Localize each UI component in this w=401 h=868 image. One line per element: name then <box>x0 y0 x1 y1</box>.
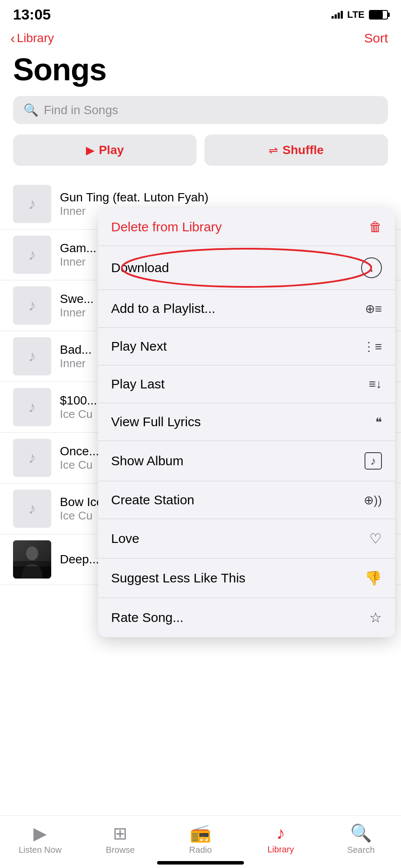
listen-now-icon: ▶ <box>33 823 47 843</box>
song-artwork: ♪ <box>13 286 51 325</box>
status-bar: 13:05 LTE <box>0 0 401 26</box>
album-art-svg <box>13 540 51 579</box>
nav-bar: ‹ Library Sort <box>0 26 401 50</box>
shuffle-label: Shuffle <box>283 143 324 157</box>
menu-item-play-next[interactable]: Play Next ⋮≡ <box>98 328 395 365</box>
menu-item-create-station-label: Create Station <box>111 493 194 507</box>
battery-fill <box>370 11 383 19</box>
menu-item-add-playlist-label: Add to a Playlist... <box>111 301 215 316</box>
play-button[interactable]: ▶ Play <box>13 135 197 166</box>
menu-item-play-last[interactable]: Play Last ≡↓ <box>98 365 395 403</box>
music-note-icon: ♪ <box>28 398 36 416</box>
song-artist: Ice Cu <box>60 408 97 421</box>
song-artwork: ♪ <box>13 439 51 477</box>
shuffle-icon: ⇌ <box>269 144 278 157</box>
menu-item-play-last-label: Play Last <box>111 377 164 391</box>
menu-item-view-lyrics[interactable]: View Full Lyrics ❝ <box>98 403 395 441</box>
view-lyrics-icon: ❝ <box>375 415 382 429</box>
menu-item-download-label: Download <box>111 260 169 275</box>
song-info: Bad... Inner <box>60 343 92 370</box>
browse-icon: ⊞ <box>113 823 128 843</box>
home-indicator <box>157 861 244 865</box>
song-info: Deep... <box>60 552 99 566</box>
back-label: Library <box>17 31 54 45</box>
song-title: Gun Ting (feat. Luton Fyah) <box>60 191 208 204</box>
menu-item-show-album[interactable]: Show Album ♪ <box>98 441 395 481</box>
music-note-icon: ♪ <box>28 500 36 518</box>
song-info: $100... Ice Cu <box>60 394 97 421</box>
radio-icon: 📻 <box>190 823 211 843</box>
play-last-icon: ≡↓ <box>369 377 382 391</box>
song-title: Gam... <box>60 241 96 255</box>
play-icon: ▶ <box>86 144 95 157</box>
tab-search[interactable]: 🔍 Search <box>321 823 401 855</box>
song-artwork: ♪ <box>13 337 51 375</box>
music-note-icon: ♪ <box>28 296 36 315</box>
music-note-icon: ♪ <box>28 246 36 264</box>
menu-item-play-next-label: Play Next <box>111 339 167 354</box>
menu-item-suggest-less[interactable]: Suggest Less Like This 👎 <box>98 559 395 598</box>
suggest-less-icon: 👎 <box>365 570 382 586</box>
tab-listen-now[interactable]: ▶ Listen Now <box>0 823 80 855</box>
song-title: Swe... <box>60 292 94 306</box>
tab-radio[interactable]: 📻 Radio <box>161 823 241 855</box>
song-artist: Inner <box>60 357 92 370</box>
menu-item-love[interactable]: Love ♡ <box>98 519 395 559</box>
menu-item-show-album-label: Show Album <box>111 454 184 468</box>
menu-item-rate-song[interactable]: Rate Song... ☆ <box>98 598 395 637</box>
song-info: Gam... Inner <box>60 241 96 269</box>
shuffle-button[interactable]: ⇌ Shuffle <box>204 135 388 166</box>
menu-item-add-playlist[interactable]: Add to a Playlist... ⊕≡ <box>98 290 395 328</box>
search-bar[interactable]: 🔍 Find in Songs <box>13 96 388 124</box>
music-note-icon: ♪ <box>28 347 36 365</box>
song-title: $100... <box>60 394 97 408</box>
tab-browse[interactable]: ⊞ Browse <box>80 823 161 855</box>
song-artwork: ♪ <box>13 388 51 426</box>
tab-library[interactable]: ♪ Library <box>240 823 321 855</box>
svg-point-2 <box>26 546 38 560</box>
show-album-icon: ♪ <box>365 452 382 470</box>
tab-radio-label: Radio <box>189 845 212 855</box>
menu-item-delete-label: Delete from Library <box>111 220 222 234</box>
menu-item-rate-song-label: Rate Song... <box>111 610 184 625</box>
song-info: Swe... Inner <box>60 292 94 319</box>
tab-browse-label: Browse <box>106 845 135 855</box>
back-button[interactable]: ‹ Library <box>10 31 54 45</box>
network-type: LTE <box>347 9 365 20</box>
song-artist: Ice Cu <box>60 458 99 472</box>
search-icon: 🔍 <box>23 103 39 117</box>
signal-bars-icon <box>332 11 343 19</box>
status-icons: LTE <box>332 9 388 20</box>
menu-item-create-station[interactable]: Create Station ⊕)) <box>98 481 395 519</box>
rate-song-icon: ☆ <box>369 609 382 626</box>
status-time: 13:05 <box>13 6 51 23</box>
search-tab-icon: 🔍 <box>350 823 372 843</box>
menu-item-download[interactable]: Download ↓ <box>98 246 395 290</box>
song-artist: Inner <box>60 306 94 319</box>
page-title-area: Songs <box>0 50 401 96</box>
menu-item-love-label: Love <box>111 531 139 546</box>
download-icon: ↓ <box>361 257 382 278</box>
play-label: Play <box>99 143 124 157</box>
song-artwork: ♪ <box>13 185 51 223</box>
menu-item-delete[interactable]: Delete from Library 🗑 <box>98 208 395 246</box>
library-icon: ♪ <box>276 823 285 843</box>
song-artwork: ♪ <box>13 490 51 528</box>
tab-bar: ▶ Listen Now ⊞ Browse 📻 Radio ♪ Library … <box>0 815 401 868</box>
play-next-icon: ⋮≡ <box>363 339 382 354</box>
delete-icon: 🗑 <box>369 220 382 234</box>
song-artwork: ♪ <box>13 236 51 274</box>
battery-icon <box>369 10 388 20</box>
svg-rect-3 <box>13 566 51 579</box>
menu-item-suggest-less-label: Suggest Less Like This <box>111 571 246 585</box>
love-icon: ♡ <box>369 530 382 547</box>
music-note-icon: ♪ <box>28 449 36 467</box>
tab-search-label: Search <box>347 845 375 855</box>
song-artwork-image <box>13 540 51 579</box>
search-placeholder: Find in Songs <box>44 103 118 117</box>
tab-listen-now-label: Listen Now <box>19 845 62 855</box>
song-title: Deep... <box>60 552 99 566</box>
sort-button[interactable]: Sort <box>364 31 388 46</box>
song-title: Once... <box>60 444 99 458</box>
menu-item-view-lyrics-label: View Full Lyrics <box>111 414 201 429</box>
